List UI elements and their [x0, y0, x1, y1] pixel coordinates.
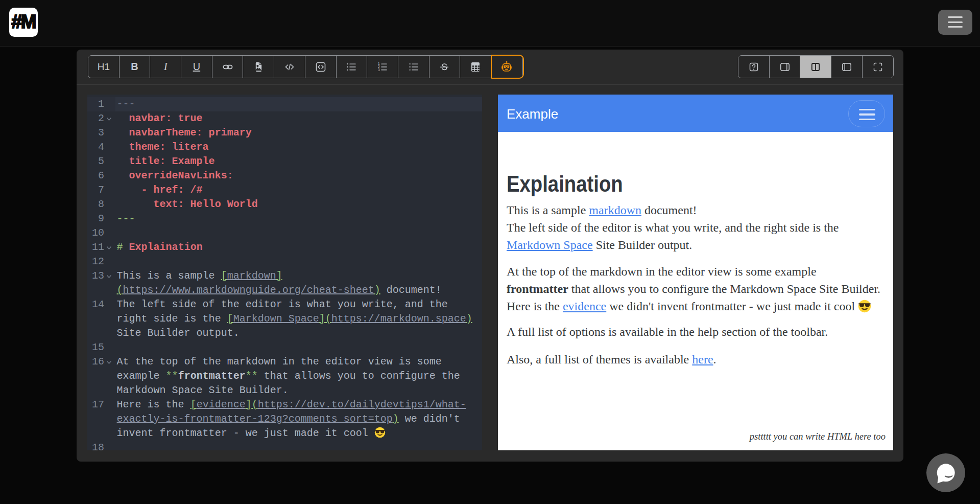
svg-text:3: 3: [378, 68, 380, 72]
